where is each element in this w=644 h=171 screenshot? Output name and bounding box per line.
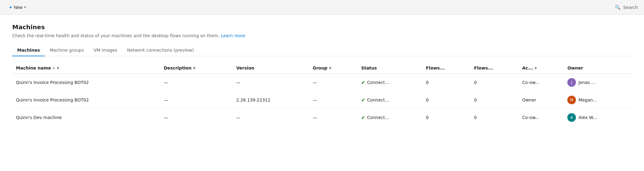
- col-machine-name[interactable]: Machine name ↓ ∨: [12, 62, 160, 74]
- topbar-left: + New ▾: [6, 3, 29, 12]
- cell-flows-queued: 0: [470, 91, 519, 109]
- sort-desc-icon: ↓: [52, 66, 55, 70]
- table-row[interactable]: Quinn's Invoice Processing BOT02———✔Conn…: [12, 74, 632, 91]
- cell-version: —: [232, 109, 309, 126]
- cell-owner: AAlex W...: [564, 109, 632, 126]
- cell-flows-queued: 0: [470, 109, 519, 126]
- status-check-icon: ✔: [361, 80, 365, 86]
- status-check-icon: ✔: [361, 115, 365, 121]
- status-text: Connect...: [367, 115, 389, 120]
- cell-version: —: [232, 74, 309, 91]
- status-text: Connect...: [367, 97, 389, 102]
- topbar: + New ▾ 🔍 Search: [0, 0, 644, 15]
- owner-name: Megan...: [578, 97, 597, 102]
- col-flows-queued: Flows...: [470, 62, 519, 74]
- cell-owner: MMegan...: [564, 91, 632, 109]
- search-area[interactable]: 🔍 Search: [615, 5, 638, 10]
- owner-name: Alex W...: [578, 115, 597, 120]
- tab-machine-groups[interactable]: Machine groups: [45, 45, 89, 56]
- cell-flows-running: 0: [422, 109, 470, 126]
- cell-description: —: [160, 91, 232, 109]
- col-flows-running: Flows...: [422, 62, 470, 74]
- cell-group: —: [309, 91, 358, 109]
- new-button[interactable]: + New ▾: [6, 3, 29, 12]
- avatar: M: [567, 96, 576, 104]
- status-text: Connect...: [367, 80, 389, 85]
- chevron-down-icon: ▾: [24, 5, 26, 9]
- tabs-container: Machines Machine groups VM images Networ…: [12, 44, 632, 56]
- cell-access: Co-ow...: [519, 74, 564, 91]
- col-description[interactable]: Description ∨: [160, 62, 232, 74]
- col-version: Version: [232, 62, 309, 74]
- cell-status: ✔Connect...: [358, 109, 422, 126]
- sort-filter-icon-group: ∨: [329, 66, 332, 70]
- tab-network-connections[interactable]: Network connections (preview): [122, 45, 199, 56]
- search-icon: 🔍: [615, 5, 621, 10]
- cell-machine-name: Quinn's Invoice Processing BOT02: [12, 91, 160, 109]
- page-subtitle: Check the real-time health and status of…: [12, 33, 632, 38]
- search-label: Search: [623, 5, 638, 10]
- table-header-row: Machine name ↓ ∨ Description ∨ Ver: [12, 62, 632, 74]
- cell-description: —: [160, 109, 232, 126]
- main-content: Machines Check the real-time health and …: [0, 15, 644, 171]
- avatar: A: [567, 113, 576, 122]
- plus-icon: +: [9, 5, 12, 10]
- cell-description: —: [160, 74, 232, 91]
- tab-vm-images[interactable]: VM images: [89, 45, 122, 56]
- avatar: J: [567, 78, 576, 87]
- table-row[interactable]: Quinn's Invoice Processing BOT02—2.26.13…: [12, 91, 632, 109]
- machines-table: Machine name ↓ ∨ Description ∨ Ver: [12, 62, 632, 126]
- status-check-icon: ✔: [361, 97, 365, 103]
- table-row[interactable]: Quinn's Dev machine———✔Connect...00Co-ow…: [12, 109, 632, 126]
- machines-table-container: Machine name ↓ ∨ Description ∨ Ver: [12, 62, 632, 126]
- learn-more-link[interactable]: Learn more: [221, 33, 245, 38]
- cell-owner: JJonas ...: [564, 74, 632, 91]
- cell-machine-name: Quinn's Invoice Processing BOT02: [12, 74, 160, 91]
- tab-machines[interactable]: Machines: [12, 45, 45, 56]
- cell-flows-running: 0: [422, 91, 470, 109]
- cell-group: —: [309, 109, 358, 126]
- sort-filter-icon-access: ∨: [534, 66, 537, 70]
- cell-status: ✔Connect...: [358, 91, 422, 109]
- col-owner: Owner: [564, 62, 632, 74]
- col-access[interactable]: Ac... ∨: [519, 62, 564, 74]
- page-header: Machines Check the real-time health and …: [12, 23, 632, 38]
- new-button-label: New: [14, 5, 22, 10]
- cell-flows-running: 0: [422, 74, 470, 91]
- cell-access: Co-ow...: [519, 109, 564, 126]
- cell-status: ✔Connect...: [358, 74, 422, 91]
- col-status: Status: [358, 62, 422, 74]
- cell-group: —: [309, 74, 358, 91]
- cell-access: Owner: [519, 91, 564, 109]
- cell-machine-name: Quinn's Dev machine: [12, 109, 160, 126]
- cell-flows-queued: 0: [470, 74, 519, 91]
- sort-filter-icon-desc: ∨: [193, 66, 196, 70]
- sort-filter-icon: ∨: [56, 66, 59, 70]
- col-group[interactable]: Group ∨: [309, 62, 358, 74]
- owner-name: Jonas ...: [578, 80, 595, 85]
- page-title: Machines: [12, 23, 632, 31]
- cell-version: 2.26.139.22312: [232, 91, 309, 109]
